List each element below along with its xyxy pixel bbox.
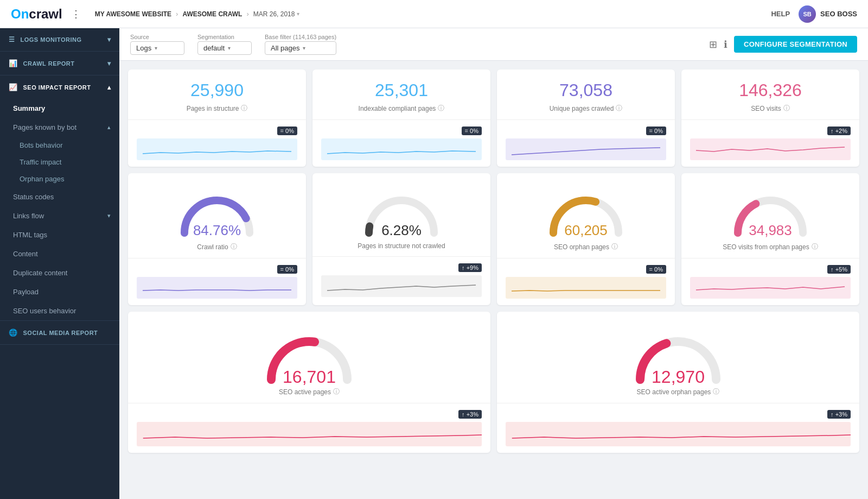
- sidebar-item-duplicate-content[interactable]: Duplicate content: [0, 263, 119, 282]
- logs-chevron-icon: ▾: [107, 36, 111, 43]
- indexable-compliant-label: Indexable compliant pages ⓘ: [321, 104, 482, 113]
- sidebar-item-summary[interactable]: Summary: [0, 99, 119, 118]
- seo-visits-value: 146,326: [690, 80, 851, 100]
- seo-visits-label: SEO visits ⓘ: [690, 104, 851, 113]
- sidebar: ☰ LOGS MONITORING ▾ 📊 CRAWL REPORT ▾ 📈 S…: [0, 28, 119, 499]
- sidebar-item-status-codes[interactable]: Status codes: [0, 187, 119, 206]
- sparkline: [506, 277, 666, 299]
- seo-orphan-pages-info-icon[interactable]: ⓘ: [611, 242, 618, 251]
- sidebar-item-social-media-report[interactable]: 🌐 SOCIAL MEDIA REPORT: [0, 321, 119, 344]
- card-seo-visits: 146,326 SEO visits ⓘ ↑ +2%: [681, 70, 859, 167]
- sidebar-item-pages-known[interactable]: Pages known by bot ▴: [0, 118, 119, 137]
- card-seo-active-pages: 16,701 SEO active pages ⓘ ↑ +3%: [128, 312, 490, 453]
- card-pages-in-structure: 25,990 Pages in structure ⓘ = 0%: [128, 70, 306, 167]
- links-flow-label: Links flow: [13, 212, 44, 220]
- main-right: Source Logs ▾ Segmentation default ▾ Bas…: [119, 28, 868, 499]
- info-icon[interactable]: ℹ: [724, 39, 727, 50]
- sidebar-item-content[interactable]: Content: [0, 244, 119, 263]
- unique-pages-crawled-label: Unique pages crawled ⓘ: [506, 104, 666, 113]
- sidebar-item-seo-impact-report[interactable]: 📈 SEO IMPACT REPORT ▴: [0, 75, 119, 99]
- breadcrumb-crawl[interactable]: AWESOME CRAWL: [182, 10, 242, 18]
- segmentation-arrow-icon: ▾: [228, 45, 231, 51]
- pages-in-structure-info-icon[interactable]: ⓘ: [241, 104, 247, 113]
- seo-active-pages-info-icon[interactable]: ⓘ: [333, 387, 340, 396]
- filter-actions: ⊞ ℹ CONFIGURE SEGMENTATION: [709, 36, 857, 53]
- breadcrumb-date[interactable]: MAR 26, 2018 ▾: [253, 10, 300, 18]
- trend-badge: ↑ +2%: [827, 127, 851, 135]
- seo-orphan-pages-label: SEO orphan pages ⓘ: [506, 242, 666, 251]
- sparkline: [690, 277, 851, 299]
- sidebar-section-social: 🌐 SOCIAL MEDIA REPORT: [0, 321, 119, 345]
- trend-badge: ↑ +3%: [827, 410, 851, 419]
- sparkline: [321, 275, 482, 297]
- base-filter-value: All pages: [271, 44, 299, 52]
- crawl-ratio-info-icon[interactable]: ⓘ: [231, 242, 237, 251]
- breadcrumb-site[interactable]: MY AWESOME WEBSITE: [95, 10, 171, 18]
- presentation-icon[interactable]: ⊞: [709, 39, 717, 50]
- trend-badge: ↑ +3%: [458, 410, 482, 419]
- logo-on: On: [11, 7, 29, 21]
- base-filter-select[interactable]: All pages ▾: [265, 41, 336, 55]
- sidebar-item-seo-users[interactable]: SEO users behavior: [0, 301, 119, 320]
- seo-label: SEO IMPACT REPORT: [23, 84, 91, 91]
- seo-visits-orphan-info-icon[interactable]: ⓘ: [812, 242, 818, 251]
- segmentation-select[interactable]: default ▾: [197, 41, 252, 55]
- pages-in-structure-value: 25,990: [137, 80, 297, 100]
- help-button[interactable]: HELP: [771, 10, 790, 18]
- trend-row: = 0%: [137, 263, 297, 275]
- crawl-ratio-value: 84.76%: [193, 222, 241, 239]
- logo[interactable]: Oncrawl: [11, 7, 62, 22]
- pages-known-label: Pages known by bot: [13, 123, 76, 131]
- divider: [128, 119, 306, 120]
- indexable-compliant-value: 25,301: [321, 80, 482, 100]
- seo-visits-orphan-label: SEO visits from orphan pages ⓘ: [690, 242, 851, 251]
- filter-bar: Source Logs ▾ Segmentation default ▾ Bas…: [119, 28, 868, 61]
- seo-active-orphan-info-icon[interactable]: ⓘ: [713, 387, 719, 396]
- card-unique-pages-crawled: 73,058 Unique pages crawled ⓘ = 0%: [497, 70, 675, 167]
- sidebar-item-html-tags[interactable]: HTML tags: [0, 225, 119, 244]
- sidebar-section-crawl: 📊 CRAWL REPORT ▾: [0, 52, 119, 75]
- pages-known-chevron: ▴: [107, 124, 111, 131]
- social-label: SOCIAL MEDIA REPORT: [23, 330, 98, 336]
- crawl-ratio-label: Crawl ratio ⓘ: [137, 242, 297, 251]
- trend-badge: ↑ +9%: [458, 263, 482, 272]
- source-filter: Source Logs ▾: [130, 34, 184, 55]
- breadcrumb-chevron-1: ›: [176, 10, 178, 18]
- main-layout: ☰ LOGS MONITORING ▾ 📊 CRAWL REPORT ▾ 📈 S…: [0, 28, 868, 499]
- unique-pages-crawled-info-icon[interactable]: ⓘ: [616, 104, 622, 113]
- user-menu[interactable]: SB SEO BOSS: [799, 5, 857, 23]
- base-filter-group: Base filter (114,163 pages) All pages ▾: [265, 34, 336, 55]
- trend-badge: = 0%: [646, 265, 666, 274]
- indexable-compliant-info-icon[interactable]: ⓘ: [438, 104, 444, 113]
- sidebar-subitem-orphan-pages[interactable]: Orphan pages: [0, 170, 119, 187]
- divider: [681, 258, 859, 258]
- sidebar-item-payload[interactable]: Payload: [0, 282, 119, 301]
- trend-badge: = 0%: [277, 265, 297, 274]
- social-icon: 🌐: [9, 329, 18, 337]
- sparkline: [690, 138, 851, 160]
- source-value: Logs: [136, 44, 151, 52]
- breadcrumb-date-label: MAR 26, 2018: [253, 10, 295, 18]
- trend-row: ↑ +3%: [506, 408, 851, 420]
- seo-active-orphan-gauge: 12,970: [506, 323, 851, 387]
- configure-segmentation-button[interactable]: CONFIGURE SEGMENTATION: [734, 36, 857, 53]
- avatar: SB: [799, 5, 816, 23]
- source-select[interactable]: Logs ▾: [130, 41, 184, 55]
- sidebar-section-logs: ☰ LOGS MONITORING ▾: [0, 28, 119, 52]
- sidebar-subitem-bots-behavior[interactable]: Bots behavior: [0, 137, 119, 154]
- card-seo-active-orphan: 12,970 SEO active orphan pages ⓘ ↑ +3%: [497, 312, 859, 453]
- sidebar-item-links-flow[interactable]: Links flow ▾: [0, 206, 119, 225]
- source-arrow-icon: ▾: [155, 45, 157, 51]
- card-indexable-compliant: 25,301 Indexable compliant pages ⓘ = 0%: [312, 70, 490, 167]
- divider: [497, 258, 675, 258]
- segmentation-label: Segmentation: [197, 34, 252, 40]
- logs-label: LOGS MONITORING: [21, 36, 82, 43]
- trend-row: ↑ +3%: [137, 408, 482, 420]
- sidebar-item-crawl-report[interactable]: 📊 CRAWL REPORT ▾: [0, 52, 119, 75]
- divider: [497, 403, 859, 403]
- seo-visits-info-icon[interactable]: ⓘ: [783, 104, 790, 113]
- dots-menu-icon[interactable]: ⋮: [71, 8, 82, 20]
- pages-not-crawled-value: 6.28%: [381, 222, 422, 239]
- sidebar-item-logs-monitoring[interactable]: ☰ LOGS MONITORING ▾: [0, 28, 119, 51]
- sidebar-subitem-traffic-impact[interactable]: Traffic impact: [0, 154, 119, 170]
